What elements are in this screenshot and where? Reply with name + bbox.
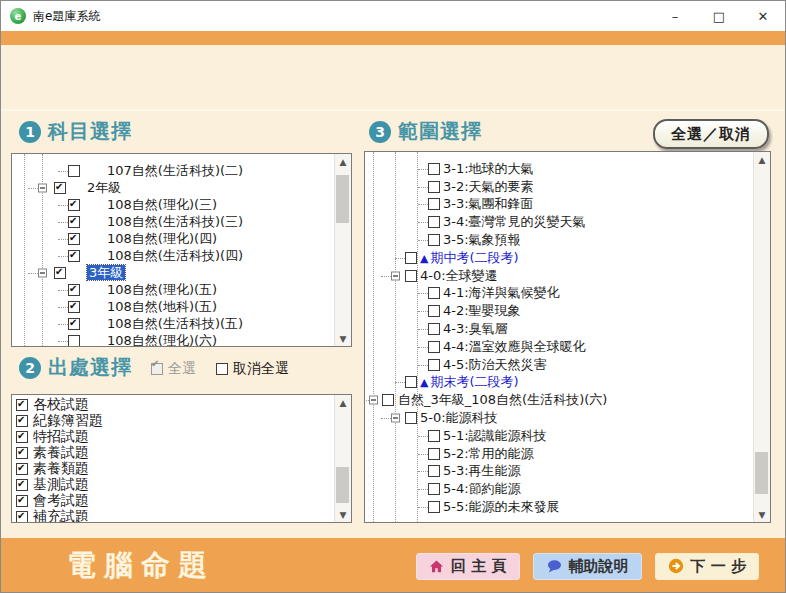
tree-item[interactable]: 107自然(生活科技)(二): [12, 162, 335, 179]
next-step-button[interactable]: 下 一 步: [655, 553, 759, 580]
tree-item-checkbox[interactable]: [68, 165, 80, 177]
tree-item[interactable]: 108自然(生活科技)(三): [12, 213, 335, 230]
scroll-down-icon[interactable]: ▼: [754, 507, 770, 522]
tree-item[interactable]: 3-2:天氣的要素: [365, 178, 754, 196]
tree-item[interactable]: 108自然(理化)(六): [12, 332, 335, 347]
source-item[interactable]: 補充試題: [12, 509, 335, 523]
deselect-all-checkbox[interactable]: [216, 363, 228, 375]
source-item-checkbox[interactable]: [16, 399, 28, 411]
tree-item[interactable]: 5-5:能源的未來發展: [365, 498, 754, 516]
tree-item-checkbox[interactable]: [54, 267, 66, 279]
tree-item[interactable]: 4-2:聖嬰現象: [365, 302, 754, 320]
tree-item-checkbox[interactable]: [428, 163, 440, 175]
source-item[interactable]: 會考試題: [12, 493, 335, 509]
close-button[interactable]: ✕: [741, 1, 785, 31]
range-tree-scrollbar[interactable]: ▲ ▼: [753, 152, 770, 522]
tree-item[interactable]: 3年級: [12, 264, 335, 281]
tree-item-checkbox[interactable]: [428, 323, 440, 335]
tree-item[interactable]: 108自然(理化)(五): [12, 281, 335, 298]
tree-item-checkbox[interactable]: [428, 198, 440, 210]
expander-minus-icon[interactable]: [369, 396, 378, 405]
scroll-up-icon[interactable]: ▲: [754, 152, 770, 167]
source-item[interactable]: 素養類題: [12, 461, 335, 477]
source-list-scrollbar[interactable]: ▲ ▼: [334, 395, 351, 522]
tree-item-checkbox[interactable]: [405, 270, 417, 282]
tree-item[interactable]: 4-4:溫室效應與全球暖化: [365, 338, 754, 356]
tree-item[interactable]: 4-3:臭氧層: [365, 320, 754, 338]
tree-item[interactable]: 108自然(地科)(五): [12, 298, 335, 315]
minimize-button[interactable]: –: [653, 1, 697, 31]
source-item[interactable]: 紀錄簿習題: [12, 413, 335, 429]
tree-item[interactable]: 4-0:全球變遷: [365, 267, 754, 285]
tree-item[interactable]: 5-0:能源科技: [365, 409, 754, 427]
tree-item-checkbox[interactable]: [68, 199, 80, 211]
tree-item-checkbox[interactable]: [68, 301, 80, 313]
tree-item[interactable]: 2年級: [12, 179, 335, 196]
tree-item-checkbox[interactable]: [54, 182, 66, 194]
tree-item-checkbox[interactable]: [428, 359, 440, 371]
expander-minus-icon[interactable]: [391, 414, 400, 423]
tree-item-checkbox[interactable]: [428, 234, 440, 246]
tree-item[interactable]: 4-1:海洋與氣候變化: [365, 285, 754, 303]
home-button[interactable]: 回 主 頁: [416, 553, 519, 580]
tree-item-checkbox[interactable]: [428, 341, 440, 353]
tree-item-checkbox[interactable]: [405, 412, 417, 424]
source-item[interactable]: 基測試題: [12, 477, 335, 493]
expander-minus-icon[interactable]: [391, 271, 400, 280]
source-item-checkbox[interactable]: [16, 495, 28, 507]
source-item-checkbox[interactable]: [16, 463, 28, 475]
tree-item-checkbox[interactable]: [405, 376, 417, 388]
tree-item-checkbox[interactable]: [428, 287, 440, 299]
tree-item[interactable]: 自然_3年級_108自然(生活科技)(六): [365, 391, 754, 409]
tree-item-checkbox[interactable]: [382, 394, 394, 406]
tree-item[interactable]: 5-1:認識能源科技: [365, 427, 754, 445]
subject-tree-scrollbar[interactable]: ▲ ▼: [334, 154, 351, 346]
tree-item[interactable]: 3-4:臺灣常見的災變天氣: [365, 213, 754, 231]
scrollbar-thumb[interactable]: [336, 467, 349, 503]
tree-item[interactable]: 108自然(生活科技)(五): [12, 315, 335, 332]
tree-item[interactable]: 3-1:地球的大氣: [365, 160, 754, 178]
tree-item[interactable]: 108自然(理化)(四): [12, 230, 335, 247]
source-item-checkbox[interactable]: [16, 431, 28, 443]
tree-item-checkbox[interactable]: [428, 430, 440, 442]
deselect-all-option[interactable]: 取消全選: [216, 360, 289, 378]
tree-item[interactable]: 108自然(理化)(三): [12, 196, 335, 213]
scroll-down-icon[interactable]: ▼: [335, 507, 351, 522]
select-all-checkbox[interactable]: [151, 363, 163, 375]
source-item[interactable]: 素養試題: [12, 445, 335, 461]
source-item-checkbox[interactable]: [16, 479, 28, 491]
tree-item[interactable]: 3-5:氣象預報: [365, 231, 754, 249]
tree-item[interactable]: 108自然(生活科技)(四): [12, 247, 335, 264]
tree-item-checkbox[interactable]: [428, 465, 440, 477]
tree-item-checkbox[interactable]: [428, 501, 440, 513]
source-item[interactable]: 各校試題: [12, 397, 335, 413]
scroll-up-icon[interactable]: ▲: [335, 395, 351, 410]
tree-item-checkbox[interactable]: [68, 233, 80, 245]
tree-item-checkbox[interactable]: [68, 335, 80, 347]
scroll-down-icon[interactable]: ▼: [335, 331, 351, 346]
tree-item-checkbox[interactable]: [428, 216, 440, 228]
tree-item[interactable]: 5-3:再生能源: [365, 463, 754, 481]
tree-item-checkbox[interactable]: [405, 252, 417, 264]
tree-item-checkbox[interactable]: [68, 284, 80, 296]
maximize-button[interactable]: □: [697, 1, 741, 31]
select-toggle-button[interactable]: 全選／取消: [653, 119, 769, 149]
source-item-checkbox[interactable]: [16, 415, 28, 427]
scrollbar-thumb[interactable]: [755, 452, 768, 494]
source-item-checkbox[interactable]: [16, 447, 28, 459]
tree-item-checkbox[interactable]: [428, 483, 440, 495]
tree-item[interactable]: 5-4:節約能源: [365, 480, 754, 498]
tree-item-checkbox[interactable]: [428, 305, 440, 317]
tree-item-checkbox[interactable]: [428, 448, 440, 460]
tree-item[interactable]: 3-3:氣團和鋒面: [365, 196, 754, 214]
tree-item-checkbox[interactable]: [68, 216, 80, 228]
tree-item-checkbox[interactable]: [68, 318, 80, 330]
scroll-up-icon[interactable]: ▲: [335, 154, 351, 169]
select-all-option[interactable]: 全選: [151, 360, 196, 378]
tree-item-checkbox[interactable]: [428, 181, 440, 193]
scrollbar-thumb[interactable]: [336, 175, 349, 223]
expander-minus-icon[interactable]: [38, 183, 47, 192]
help-button[interactable]: 輔助說明: [533, 553, 642, 580]
tree-item[interactable]: ▲期末考(二段考): [365, 374, 754, 392]
tree-item[interactable]: 5-2:常用的能源: [365, 445, 754, 463]
